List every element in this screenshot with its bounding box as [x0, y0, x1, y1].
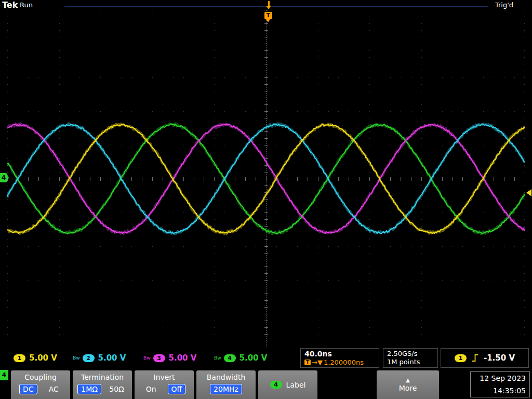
ch3-scale: 5.00 V: [169, 353, 197, 363]
invert-option-on[interactable]: On: [143, 384, 159, 394]
header-divider: [64, 6, 488, 7]
trigger-level: -1.50 V: [484, 353, 515, 363]
trigger-level-arrow-icon[interactable]: [526, 189, 531, 196]
coupling-title: Coupling: [11, 373, 70, 381]
trigger-source-badge: 1: [455, 354, 467, 362]
oscilloscope-screen: Tek Run Trig'd T 4 1 5.00 V Bw 2 5.00 V …: [0, 0, 532, 399]
delay-arrow-icon: →▼: [312, 358, 323, 366]
ch2-bw-limit-indicator: Bw: [73, 355, 80, 361]
label-channel-badge: 4: [270, 381, 282, 389]
coupling-button[interactable]: Coupling DC AC: [11, 370, 70, 399]
ch1-badge[interactable]: 1: [14, 354, 25, 362]
datetime-display: 12 Sep 2023 14:35:05: [470, 371, 530, 397]
waveform-display[interactable]: [7, 10, 525, 348]
status-bar: 1 5.00 V Bw 2 5.00 V Bw 3 5.00 V Bw 4 5.…: [0, 347, 532, 370]
menu-bar: 4 Coupling DC AC Termination 1MΩ 50Ω Inv…: [0, 370, 532, 399]
termination-button[interactable]: Termination 1MΩ 50Ω: [73, 370, 132, 399]
ch2-badge[interactable]: 2: [83, 354, 95, 362]
ch4-readout[interactable]: Bw 4 5.00 V: [214, 353, 267, 363]
termination-title: Termination: [73, 373, 132, 381]
coupling-option-dc[interactable]: DC: [19, 384, 37, 394]
tek-logo: Tek: [2, 0, 18, 10]
acquisition-status: Run: [20, 1, 33, 9]
ch3-readout[interactable]: Bw 3 5.00 V: [143, 353, 196, 363]
invert-option-off[interactable]: Off: [168, 384, 186, 394]
invert-button[interactable]: Invert On Off: [135, 370, 194, 399]
trigger-t-icon: T: [304, 360, 311, 365]
coupling-option-ac[interactable]: AC: [46, 384, 62, 394]
ch1-scale: 5.00 V: [29, 353, 57, 363]
label-title: Label: [286, 381, 306, 389]
trigger-delay-readout: T →▼ 1.200000ns: [304, 358, 375, 366]
ch4-scale: 5.00 V: [240, 353, 268, 363]
rising-edge-icon: [472, 353, 478, 363]
trigger-readout[interactable]: 1 -1.50 V: [441, 348, 529, 368]
invert-title: Invert: [135, 373, 194, 381]
delay-value: 1.200000ns: [324, 358, 364, 366]
record-length: 1M points: [387, 358, 434, 366]
acquisition-readout[interactable]: 2.50GS/s 1M points: [383, 348, 438, 368]
termination-option-50[interactable]: 50Ω: [106, 384, 127, 394]
graticule[interactable]: T: [7, 10, 525, 348]
trigger-status: Trig'd: [495, 1, 513, 9]
ch3-badge[interactable]: 3: [153, 354, 165, 362]
trigger-position-arrow-icon[interactable]: [268, 1, 270, 6]
chevron-up-icon: ▲: [406, 378, 410, 382]
ch4-badge[interactable]: 4: [224, 354, 236, 362]
date-label: 12 Sep 2023: [474, 374, 526, 382]
ch2-readout[interactable]: Bw 2 5.00 V: [73, 353, 126, 363]
ch3-bw-limit-indicator: Bw: [143, 355, 151, 361]
termination-option-1m[interactable]: 1MΩ: [77, 384, 101, 394]
timebase-scale: 40.0ns: [304, 350, 375, 358]
bandwidth-button[interactable]: Bandwidth 20MHz: [196, 370, 256, 399]
ch2-scale: 5.00 V: [98, 353, 126, 363]
more-button[interactable]: ▲ More: [377, 370, 439, 399]
bandwidth-option-20mhz[interactable]: 20MHz: [210, 384, 242, 394]
time-label: 14:35:05: [474, 387, 526, 395]
ch4-bw-limit-indicator: Bw: [214, 355, 221, 361]
trigger-marker-label: T: [267, 12, 271, 19]
bandwidth-title: Bandwidth: [196, 373, 256, 381]
timebase-readout[interactable]: 40.0ns T →▼ 1.200000ns: [300, 348, 379, 368]
trigger-position-marker[interactable]: T: [264, 12, 272, 19]
label-button[interactable]: 4 Label: [258, 370, 317, 399]
ch1-readout[interactable]: 1 5.00 V: [14, 353, 57, 363]
sample-rate: 2.50GS/s: [387, 350, 434, 358]
more-title: More: [399, 384, 417, 392]
menu-channel-badge: 4: [0, 370, 8, 380]
